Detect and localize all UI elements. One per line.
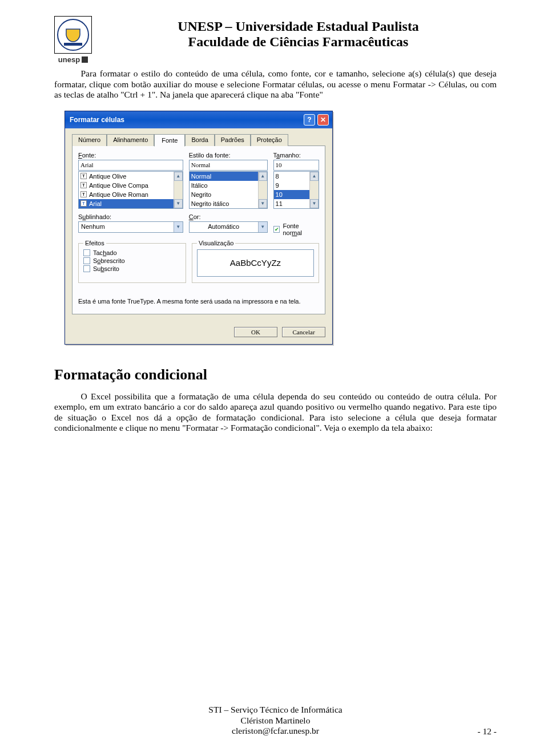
label-estilo: Estilo da fonte: (189, 152, 268, 159)
header-line2: Faculdade de Ciências Farmacêuticas (100, 34, 497, 50)
list-item[interactable]: Itálico (190, 181, 267, 190)
label-tamanho: Tamanho: (273, 152, 319, 159)
footer-line2: Clériston Martinelo (54, 715, 497, 726)
close-icon: ✕ (320, 116, 326, 124)
help-button[interactable]: ? (304, 114, 315, 126)
sobrescrito-checkbox[interactable]: Sobrescrito (83, 257, 181, 264)
tab-padroes[interactable]: Padrões (215, 134, 251, 146)
group-legend: Visualização (197, 240, 236, 246)
svg-rect-1 (64, 43, 82, 46)
sublinhado-combo[interactable]: Nenhum ▼ (78, 221, 183, 233)
paragraph-conditional: O Excel possibilita que a formatação de … (54, 391, 497, 434)
header-line1: UNESP – Universidade Estadual Paulista (100, 19, 497, 34)
scroll-down-icon[interactable]: ▼ (259, 199, 267, 208)
unesp-square-icon (82, 56, 88, 63)
scrollbar[interactable]: ▲▼ (309, 172, 319, 208)
cor-combo[interactable]: Automático ▼ (189, 221, 268, 233)
close-button[interactable]: ✕ (317, 114, 329, 126)
tab-numero[interactable]: Número (72, 134, 107, 146)
combo-value: Automático (190, 222, 258, 232)
scroll-up-icon[interactable]: ▲ (310, 172, 319, 181)
tab-borda[interactable]: Borda (185, 134, 214, 146)
unesp-logo: unesp (58, 55, 88, 64)
format-cells-dialog: Formatar células ? ✕ Número Alinhamento … (65, 111, 333, 345)
label-fonte: Fonte: (78, 152, 183, 159)
footer-line3: cleriston@fcfar.unesp.br (54, 726, 497, 737)
page-footer: STI – Serviço Técnico de Informática Clé… (54, 705, 497, 737)
scroll-up-icon[interactable]: ▲ (174, 172, 183, 181)
cancel-button[interactable]: Cancelar (282, 327, 325, 337)
label-cor: Cor: (189, 213, 268, 220)
chevron-down-icon[interactable]: ▼ (174, 222, 183, 232)
tamanho-listbox[interactable]: 8 9 10 11 ▲▼ (273, 171, 319, 209)
subscrito-checkbox[interactable]: Subscrito (83, 265, 181, 272)
scrollbar[interactable]: ▲▼ (174, 172, 183, 208)
header-text: UNESP – Universidade Estadual Paulista F… (100, 16, 497, 50)
scroll-down-icon[interactable]: ▼ (310, 199, 319, 208)
fonte-input[interactable] (78, 160, 183, 171)
page-number: - 12 - (477, 726, 497, 737)
tab-fonte[interactable]: Fonte (154, 134, 185, 147)
list-item[interactable]: Negrito itálico (190, 199, 267, 208)
tab-protecao[interactable]: Proteção (251, 134, 288, 146)
dialog-screenshot: Formatar células ? ✕ Número Alinhamento … (65, 111, 497, 345)
group-legend: Efeitos (83, 240, 106, 246)
list-item[interactable]: Normal (190, 172, 267, 181)
combo-value: Nenhum (79, 222, 174, 232)
truetype-hint: Esta é uma fonte TrueType. A mesma fonte… (78, 298, 319, 306)
checkbox-box: ✔ (273, 226, 280, 233)
page-header: unesp UNESP – Universidade Estadual Paul… (54, 16, 497, 64)
dialog-title: Formatar células (70, 116, 124, 124)
font-preview: AaBbCcYyZz (197, 249, 314, 277)
help-icon: ? (307, 116, 311, 124)
tachado-checkbox[interactable]: Tachado (83, 249, 181, 256)
scroll-down-icon[interactable]: ▼ (174, 199, 183, 208)
chevron-down-icon[interactable]: ▼ (258, 222, 267, 232)
fonte-listbox[interactable]: TAntique Olive TAntique Olive Compa TAnt… (78, 171, 183, 209)
scroll-up-icon[interactable]: ▲ (259, 172, 267, 181)
paragraph-intro: Para formatar o estilo do conteúdo de um… (54, 68, 497, 100)
visualizacao-group: Visualização AaBbCcYyZz (192, 243, 319, 283)
tab-panel-fonte: Fonte: TAntique Olive TAntique Olive Com… (72, 145, 325, 314)
efeitos-group: Efeitos Tachado Sobrescrito Subscrito (78, 243, 186, 283)
list-item[interactable]: TAntique Olive Roman (79, 190, 183, 199)
ok-button[interactable]: OK (234, 327, 277, 337)
unesp-word: unesp (58, 55, 80, 64)
tab-alinhamento[interactable]: Alinhamento (107, 134, 154, 146)
dialog-buttons: OK Cancelar (65, 321, 332, 344)
logo-column: unesp (54, 16, 92, 64)
estilo-input[interactable] (189, 160, 268, 171)
estilo-listbox[interactable]: Normal Itálico Negrito Negrito itálico ▲… (189, 171, 268, 209)
list-item[interactable]: Negrito (190, 190, 267, 199)
list-item[interactable]: TArial (79, 199, 183, 208)
label-sublinhado: Sublinhado: (78, 213, 183, 220)
dialog-titlebar[interactable]: Formatar células ? ✕ (65, 111, 332, 128)
list-item[interactable]: TAntique Olive Compa (79, 181, 183, 190)
section-heading: Formatação condicional (54, 366, 497, 383)
tamanho-input[interactable] (273, 160, 319, 171)
scrollbar[interactable]: ▲▼ (258, 172, 267, 208)
checkbox-label: Fonte normal (283, 223, 319, 236)
list-item[interactable]: TAntique Olive (79, 172, 183, 181)
fonte-normal-checkbox[interactable]: ✔ Fonte normal (273, 223, 319, 236)
footer-line1: STI – Serviço Técnico de Informática (54, 705, 497, 715)
tab-strip: Número Alinhamento Fonte Borda Padrões P… (72, 134, 325, 146)
university-crest-icon (54, 16, 92, 54)
